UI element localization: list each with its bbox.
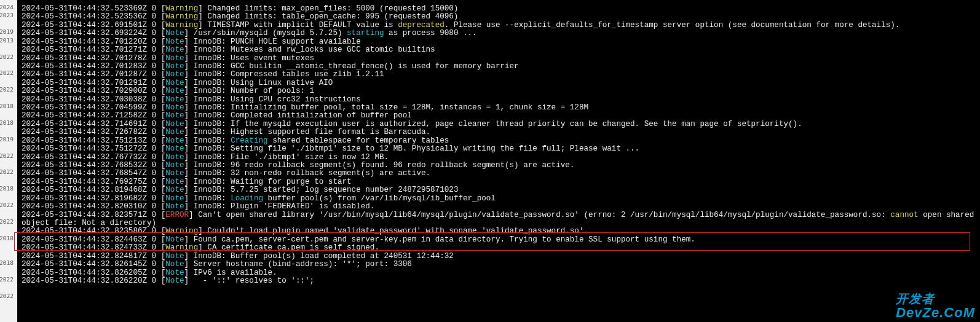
log-line: 2024-05-31T04:44:32.826220Z 0 [Note] - '… <box>22 277 976 285</box>
log-text: InnoDB: Buffer pool(s) load completed at… <box>194 252 454 261</box>
log-line: 2024-05-31T04:44:32.523536Z 0 [Warning] … <box>22 13 976 21</box>
log-text: InnoDB: If the mysqld execution user is … <box>194 120 802 128</box>
log-text: InnoDB: 32 non-redo rollback segment(s) … <box>194 169 430 178</box>
log-text: InnoDB: Mutexes and rw_locks use GCC ato… <box>194 45 435 54</box>
log-level: Note <box>165 103 184 112</box>
log-text: InnoDB: Using CPU crc32 instructions <box>194 95 361 104</box>
log-level: Warning <box>165 227 198 235</box>
log-timestamp: 2024-05-31T04:44:32.826205Z 0 [ <box>22 269 165 277</box>
log-timestamp: 2024-05-31T04:44:32.826220Z 0 [ <box>22 277 165 285</box>
log-text: CA certificate ca.pem is self signed. <box>207 243 379 252</box>
log-text: TIMESTAMP with implicit DEFAULT value is <box>207 21 398 29</box>
log-timestamp: 2024-05-31T04:44:32.712582Z 0 [ <box>22 111 165 120</box>
log-level: Note <box>165 95 184 104</box>
log-timestamp: 2024-05-31T04:44:32.523536Z 0 [ <box>22 12 165 21</box>
log-text: . Please use --explicit_defaults_for_tim… <box>445 21 900 29</box>
gutter-year: 2023 <box>0 11 15 19</box>
log-timestamp: 2024-05-31T04:44:32.691501Z 0 [ <box>22 21 165 29</box>
gutter-year: 2022 <box>0 168 15 176</box>
log-timestamp: 2024-05-31T04:44:32.523369Z 0 [ <box>22 4 165 13</box>
log-timestamp: 2024-05-31T04:44:32.819468Z 0 [ <box>22 186 165 194</box>
log-timestamp: 2024-05-31T04:44:32.820310Z 0 [ <box>22 202 165 211</box>
log-level: Note <box>165 128 184 136</box>
log-level: Note <box>165 62 184 71</box>
gutter-year: 2019 <box>0 28 15 36</box>
log-text: InnoDB: <box>194 194 231 203</box>
log-text: Server hostname (bind-address): '*'; por… <box>194 260 412 269</box>
log-output[interactable]: 2024-05-31T04:44:32.523369Z 0 [Warning] … <box>22 5 976 285</box>
log-text: InnoDB: GCC builtin __atomic_thread_fenc… <box>194 62 519 71</box>
log-line: 2024-05-31T04:44:32.824817Z 0 [Note] Inn… <box>22 253 976 261</box>
log-level: Note <box>165 144 184 153</box>
log-text: InnoDB: Uses event mutexes <box>194 54 315 63</box>
log-text: InnoDB: Compressed tables use zlib 1.2.1… <box>194 70 384 79</box>
log-timestamp: 2024-05-31T04:44:32.824733Z 0 [ <box>22 243 165 252</box>
log-line: 2024-05-31T04:44:32.768547Z 0 [Note] Inn… <box>22 170 976 178</box>
gutter-year: 2022 <box>0 69 15 77</box>
log-level: Note <box>165 194 184 203</box>
log-timestamp: 2024-05-31T04:44:32.769275Z 0 [ <box>22 178 165 186</box>
log-timestamp: 2024-05-31T04:44:32.768532Z 0 [ <box>22 161 165 170</box>
log-level: Note <box>165 70 184 79</box>
log-timestamp: 2024-05-31T04:44:32.767732Z 0 [ <box>22 153 165 162</box>
gutter-year: 2022 <box>0 201 15 209</box>
log-text: Found ca.pem, server-cert.pem and server… <box>194 235 695 244</box>
log-timestamp: 2024-05-31T04:44:32.823586Z 0 [ <box>22 227 165 235</box>
log-text: InnoDB: Using Linux native AIO <box>194 79 333 87</box>
log-line: 2024-05-31T04:44:32.823571Z 0 [ERROR] Ca… <box>22 211 976 228</box>
gutter-year: 2022 <box>0 85 15 93</box>
log-line: 2024-05-31T04:44:32.768532Z 0 [Note] Inn… <box>22 162 976 170</box>
log-timestamp: 2024-05-31T04:44:32.701271Z 0 [ <box>22 45 165 54</box>
log-timestamp: 2024-05-31T04:44:32.701278Z 0 [ <box>22 54 165 63</box>
log-line: 2024-05-31T04:44:32.726782Z 0 [Note] Inn… <box>22 128 976 136</box>
log-timestamp: 2024-05-31T04:44:32.823571Z 0 [ <box>22 211 165 219</box>
log-text: - '::' resolves to '::'; <box>194 277 315 285</box>
log-line: 2024-05-31T04:44:32.691501Z 0 [Warning] … <box>22 22 976 29</box>
log-text: InnoDB: PUNCH HOLE support available <box>194 37 361 46</box>
log-timestamp: 2024-05-31T04:44:32.726782Z 0 [ <box>22 128 165 136</box>
gutter-year: 2018 <box>0 234 15 242</box>
log-level: Note <box>165 37 184 46</box>
log-level: Warning <box>165 4 198 13</box>
log-timestamp: 2024-05-31T04:44:32.704599Z 0 [ <box>22 103 165 112</box>
log-line: 2024-05-31T04:44:32.714691Z 0 [Note] Inn… <box>22 120 976 128</box>
watermark-line1: 开发者 <box>896 293 975 305</box>
log-level: Note <box>165 269 184 277</box>
watermark-line2: DevZe.CoM <box>896 305 975 320</box>
log-text: Creating <box>231 136 267 145</box>
watermark-logo: 开发者 DevZe.CoM <box>896 293 975 320</box>
log-text: InnoDB: Setting file './ibtmp1' size to … <box>194 144 640 153</box>
log-text: deprecated <box>398 21 445 29</box>
log-line: 2024-05-31T04:44:32.701278Z 0 [Note] Inn… <box>22 55 976 63</box>
log-level: Note <box>165 186 184 194</box>
log-text: Couldn't load plugin named 'validate_pas… <box>207 227 588 235</box>
log-timestamp: 2024-05-31T04:44:32.701283Z 0 [ <box>22 62 165 71</box>
log-line: 2024-05-31T04:44:32.819468Z 0 [Note] Inn… <box>22 186 976 194</box>
log-timestamp: 2024-05-31T04:44:32.702900Z 0 [ <box>22 87 165 95</box>
log-timestamp: 2024-05-31T04:44:32.701291Z 0 [ <box>22 79 165 87</box>
log-timestamp: 2024-05-31T04:44:32.703038Z 0 [ <box>22 95 165 104</box>
gutter-year: 2022 <box>0 152 15 160</box>
log-text: InnoDB: 96 redo rollback segment(s) foun… <box>194 161 575 170</box>
log-line: 2024-05-31T04:44:32.701271Z 0 [Note] Inn… <box>22 46 976 54</box>
log-line: 2024-05-31T04:44:32.693224Z 0 [Note] /us… <box>22 29 976 37</box>
log-line: 2024-05-31T04:44:32.703038Z 0 [Note] Inn… <box>22 96 976 104</box>
log-text: InnoDB: <box>194 136 231 145</box>
gutter-year: 2022 <box>0 218 15 226</box>
log-line: 2024-05-31T04:44:32.751213Z 0 [Note] Inn… <box>22 137 976 145</box>
log-level: Warning <box>165 243 198 252</box>
log-level: Note <box>165 260 184 269</box>
log-level: Note <box>165 235 184 244</box>
log-level: Note <box>165 277 184 285</box>
log-line: 2024-05-31T04:44:32.819682Z 0 [Note] Inn… <box>22 195 976 203</box>
log-text: InnoDB: Highest supported file format is… <box>194 128 430 136</box>
log-text: InnoDB: Waiting for purge to start <box>194 178 352 186</box>
log-line: 2024-05-31T04:44:32.701291Z 0 [Note] Inn… <box>22 79 976 87</box>
log-line: 2024-05-31T04:44:32.826205Z 0 [Note] IPv… <box>22 269 976 277</box>
log-level: Warning <box>165 21 198 29</box>
log-line: 2024-05-31T04:44:32.769275Z 0 [Note] Inn… <box>22 178 976 186</box>
log-line: 2024-05-31T04:44:32.704599Z 0 [Note] Inn… <box>22 104 976 112</box>
gutter-year: 2019 <box>0 135 15 143</box>
gutter-year: 2018 <box>0 184 15 192</box>
log-timestamp: 2024-05-31T04:44:32.714691Z 0 [ <box>22 120 165 128</box>
